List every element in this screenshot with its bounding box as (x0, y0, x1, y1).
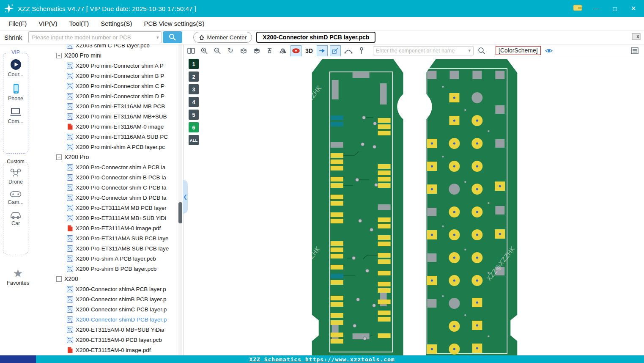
box-select-icon[interactable] (330, 46, 340, 56)
tree-file-row[interactable]: X200 Pro-Connector shim C PCB la (36, 182, 183, 192)
search-dropdown-icon[interactable]: ▾ (154, 35, 162, 40)
maximize-button[interactable]: □ (610, 5, 619, 12)
close-button[interactable]: ✕ (629, 5, 638, 12)
tree-file-row[interactable]: X200-ET3115AM-0 PCB layer.pcb (36, 335, 183, 345)
shrink-button[interactable]: Shrink (4, 34, 22, 41)
mirror-icon[interactable] (278, 46, 288, 56)
minimize-button[interactable]: ─ (592, 5, 601, 12)
tree-file-row[interactable]: X200 Pro mini-shim A PCB layer.pc (36, 142, 183, 152)
tree-file-row[interactable]: X200 Pro-ET311AMA SUB PCB laye (36, 233, 183, 243)
layer-button-all[interactable]: ALL (189, 135, 199, 145)
vip-recharge-icon[interactable] (573, 4, 582, 13)
pin-icon[interactable] (356, 46, 367, 56)
layer-button-2[interactable]: 2 (189, 72, 199, 82)
tree-file-row[interactable]: X200-Connector shimA PCB layer.p (36, 284, 183, 294)
sidebar-item-drone[interactable]: Drone (3, 168, 28, 185)
net-search-icon[interactable] (477, 46, 487, 56)
tree-file-row[interactable]: X200-ET3115AM-0 MB+SUB YiDia (36, 324, 183, 335)
collapse-expander-icon[interactable] (56, 154, 62, 160)
pcb-via (431, 142, 433, 144)
search-button[interactable] (163, 31, 182, 43)
probe-icon[interactable] (265, 46, 275, 56)
pcb-pad (378, 242, 391, 246)
sidebar-item-phone[interactable]: Phone (3, 83, 28, 102)
tree-file-row[interactable]: X200-Connector shimD PCB layer.p (36, 314, 183, 324)
zoom-out-icon[interactable] (212, 46, 222, 56)
app-logo-icon (0, 3, 18, 14)
sidebar-item-favorites[interactable]: ★ Favorites (0, 268, 36, 286)
menu-vip[interactable]: VIP(V) (33, 17, 63, 30)
menu-tool[interactable]: Tool(T) (63, 17, 95, 30)
tree-file-row[interactable]: XZ003 shim C PCB layer.pcb (36, 44, 183, 50)
tree-file-row[interactable]: X200 Pro-ET3111AM-0 image.pdf (36, 223, 183, 233)
layer-button-1[interactable]: 1 (189, 59, 199, 69)
rotate-icon[interactable]: ↻ (225, 46, 236, 56)
pcb-pad (331, 195, 343, 199)
tree-file-row[interactable]: X200 Pro-ET311AMB SUB PCB laye (36, 243, 183, 253)
collapse-expander-icon[interactable] (56, 276, 62, 282)
tree-file-row[interactable]: X200 Pro mini-Connector shim A P (36, 60, 183, 71)
tree-file-row[interactable]: X200 Pro mini-ET3116AMA SUB PC (36, 132, 183, 142)
layer-button-5[interactable]: 5 (189, 110, 199, 120)
sidebar-item-game[interactable]: Gam... (3, 190, 28, 205)
pcb-canvas[interactable]: XZZ@XZZHKXZZ@XZZHKXZZ@XZZHKXZZ@XZZHK 123… (184, 57, 644, 355)
board-bottom-view-icon[interactable] (252, 46, 262, 56)
tree-file-row[interactable]: X200 Pro-shim A PCB layer.pcb (36, 253, 183, 264)
layer-button-3[interactable]: 3 (189, 84, 199, 94)
flip-board-icon[interactable] (291, 46, 301, 56)
menu-settings[interactable]: Settings(S) (95, 17, 138, 30)
pcb-pad (331, 254, 343, 258)
tree-group-row[interactable]: X200 Pro mini (36, 50, 183, 60)
zoom-in-icon[interactable] (199, 46, 209, 56)
pcb-file-icon (67, 144, 73, 150)
tree-file-row[interactable]: X200 Pro-Connector shim A PCB la (36, 162, 183, 172)
tree-file-row[interactable]: X200 Pro mini-Connector shim D P (36, 91, 183, 101)
tree-group-row[interactable]: X200 Pro (36, 152, 183, 162)
tree-group-row[interactable]: X200 (36, 274, 183, 284)
pcb-pad (378, 282, 391, 286)
component-panel-icon[interactable] (630, 46, 640, 56)
tree-item-label: X200 Pro-ET311AMB SUB PCB laye (76, 245, 169, 252)
close-tab-icon[interactable] (632, 33, 641, 42)
open-document-tab[interactable]: X200-Connector shimD PCB layer.pcb (256, 32, 375, 43)
threed-view-button[interactable]: 3D (304, 46, 314, 56)
collapse-expander-icon[interactable] (56, 53, 62, 58)
model-search-input[interactable] (29, 34, 154, 41)
tree-scrollbar-thumb[interactable] (178, 202, 182, 223)
tree-file-row[interactable]: X200 Pro-ET3111AM MB PCB layer (36, 203, 183, 213)
layer-button-6[interactable]: 6 (189, 122, 199, 132)
board-top-view-icon[interactable] (238, 46, 249, 56)
tree-file-row[interactable]: X200 Pro mini-Connector shim C P (36, 81, 183, 91)
step-forward-icon[interactable] (317, 46, 327, 56)
pcb-via (453, 279, 455, 281)
tree-file-row[interactable]: X200 Pro mini-ET3116AM-0 image (36, 121, 183, 132)
tree-file-row[interactable]: X200-Connector shimB PCB layer.p (36, 294, 183, 304)
pcb-pad (427, 71, 436, 79)
layer-button-4[interactable]: 4 (189, 97, 199, 107)
tree-file-row[interactable]: X200-ET3115AM-0 image.pdf (36, 345, 183, 355)
member-center-button[interactable]: Member Center (193, 32, 252, 43)
pcb-via (453, 96, 455, 99)
arc-measure-icon[interactable] (343, 46, 354, 56)
tree-file-row[interactable]: X200-Connector shimC PCB layer.p (36, 304, 183, 314)
split-view-icon[interactable] (186, 46, 196, 56)
tree-file-row[interactable]: X200 Pro mini-ET3116AM MB PCB (36, 101, 183, 111)
tree-file-row[interactable]: X200 Pro mini-Connector shim B P (36, 71, 183, 81)
tree-scrollbar[interactable] (178, 44, 182, 355)
tree-file-row[interactable]: X200 Pro-Connector shim B PCB la (36, 172, 183, 182)
colorscheme-button[interactable]: [ColorScheme] (496, 46, 541, 55)
tree-file-row[interactable]: X200 Pro mini-ET3116AM MB+SUB (36, 111, 183, 121)
pcb-pad (495, 139, 504, 148)
tree-collapse-handle[interactable]: ❮ (183, 180, 188, 214)
tree-file-row[interactable]: X200 Pro-Connector shim D PCB la (36, 192, 183, 203)
sidebar-item-car[interactable]: Car (3, 211, 28, 226)
visibility-eye-icon[interactable] (544, 46, 554, 56)
tree-file-row[interactable]: X200 Pro-shim B PCB layer.pcb (36, 264, 183, 274)
net-search-input[interactable] (373, 48, 466, 54)
tree-file-row[interactable]: X200 Pro-ET3111AM MB+SUB YiDi (36, 213, 183, 223)
net-dropdown-icon[interactable]: ▾ (466, 48, 473, 53)
menu-pcb-view-settings[interactable]: PCB View settings(S) (138, 17, 210, 30)
menu-file[interactable]: File(F) (3, 17, 33, 30)
sidebar-item-computer[interactable]: Com... (3, 107, 28, 124)
sidebar-item-course[interactable]: Cour... (3, 59, 28, 77)
